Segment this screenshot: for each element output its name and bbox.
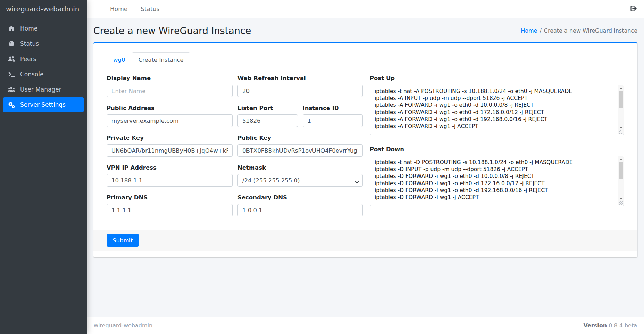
- listen-port-label: Listen Port: [237, 105, 298, 111]
- secondary-dns-input[interactable]: [237, 204, 363, 216]
- post-up-scrollbar[interactable]: [618, 85, 624, 134]
- private-key-input[interactable]: [107, 144, 233, 157]
- sidebar-item-label: Status: [20, 40, 39, 47]
- scroll-down-icon[interactable]: [618, 196, 624, 201]
- vpn-ip-address-input[interactable]: [107, 174, 233, 187]
- brand-link[interactable]: wireguard-webadmin: [0, 0, 87, 18]
- breadcrumb-home-link[interactable]: Home: [521, 27, 537, 34]
- page-head: Create a new WireGuard Instance Home/Cre…: [93, 25, 637, 36]
- footer-app-name: wireguard-webadmin: [94, 322, 152, 329]
- resize-grip-icon[interactable]: [619, 201, 623, 205]
- page-footer: wireguard-webadmin Version0.8.4 beta: [87, 317, 644, 334]
- submit-button[interactable]: Submit: [107, 234, 139, 247]
- display-name-label: Display Name: [107, 75, 233, 82]
- scroll-up-icon[interactable]: [618, 157, 624, 162]
- breadcrumb: Home/Create a new WireGuard Instance: [521, 27, 637, 34]
- web-refresh-interval-label: Web Refresh Interval: [237, 75, 363, 82]
- sidebar-item-home[interactable]: Home: [3, 21, 84, 36]
- instance-id-label: Instance ID: [303, 105, 363, 111]
- gears-icon: [7, 101, 16, 109]
- instance-card: wg0 Create Instance Display Name Public …: [93, 42, 637, 257]
- public-address-label: Public Address: [107, 105, 233, 111]
- sidebar-item-label: User Manager: [20, 86, 61, 93]
- post-up-textarea[interactable]: iptables -t nat -A POSTROUTING -s 10.188…: [370, 85, 624, 135]
- public-address-input[interactable]: [107, 114, 233, 127]
- listen-port-input[interactable]: [237, 114, 298, 127]
- sidebar-item-peers[interactable]: Peers: [3, 52, 84, 66]
- primary-dns-input[interactable]: [107, 204, 233, 216]
- users-gear-icon: [7, 55, 16, 63]
- sidebar-item-server-settings[interactable]: Server Settings: [3, 97, 84, 112]
- vpn-ip-address-label: VPN IP Address: [107, 164, 233, 171]
- sidebar-item-console[interactable]: Console: [3, 67, 84, 82]
- footer-version: Version0.8.4 beta: [583, 322, 637, 329]
- sign-out-icon: [630, 5, 637, 14]
- breadcrumb-current: Create a new WireGuard Instance: [544, 27, 637, 34]
- public-key-input[interactable]: [237, 144, 363, 157]
- main-column: Home Status Create a new WireGuard Insta…: [87, 0, 644, 334]
- instance-id-input[interactable]: [303, 114, 363, 127]
- scroll-down-icon[interactable]: [618, 125, 624, 130]
- sidebar-menu: Home Status Peers Console User Manager: [0, 18, 87, 115]
- post-down-textarea[interactable]: iptables -t nat -D POSTROUTING -s 10.188…: [370, 156, 624, 206]
- display-name-input[interactable]: [107, 85, 233, 97]
- scrollbar-thumb[interactable]: [619, 162, 623, 179]
- sidebar-item-label: Home: [20, 25, 37, 32]
- top-navbar: Home Status: [87, 0, 644, 18]
- hamburger-menu-icon[interactable]: [95, 7, 102, 12]
- breadcrumb-separator: /: [540, 27, 541, 34]
- scrollbar-thumb[interactable]: [619, 91, 623, 108]
- logout-button[interactable]: [630, 5, 637, 14]
- post-down-label: Post Down: [370, 146, 624, 153]
- sidebar-item-label: Console: [20, 71, 44, 78]
- netmask-select[interactable]: /24 (255.255.255.0): [237, 174, 363, 187]
- primary-dns-label: Primary DNS: [107, 194, 233, 201]
- brand-label: wireguard-webadmin: [6, 5, 79, 13]
- secondary-dns-label: Secondary DNS: [237, 194, 363, 201]
- sidebar-item-status[interactable]: Status: [3, 36, 84, 51]
- gauge-icon: [7, 40, 16, 48]
- web-refresh-interval-input[interactable]: [237, 85, 363, 97]
- topnav-link-home[interactable]: Home: [110, 6, 127, 12]
- resize-grip-icon[interactable]: [619, 130, 623, 134]
- sidebar-item-label: Server Settings: [20, 101, 66, 108]
- card-footer: Submit: [93, 230, 637, 251]
- scroll-up-icon[interactable]: [618, 86, 624, 91]
- sidebar-item-label: Peers: [20, 55, 36, 62]
- instance-form: Display Name Public Address Private Key: [107, 75, 624, 224]
- netmask-label: Netmask: [237, 164, 363, 171]
- home-icon: [7, 25, 16, 32]
- page-title: Create a new WireGuard Instance: [93, 25, 251, 36]
- tab-wg0[interactable]: wg0: [107, 52, 132, 67]
- post-down-scrollbar[interactable]: [618, 156, 624, 205]
- footer-version-label: Version: [583, 322, 607, 329]
- sidebar: wireguard-webadmin Home Status Peers Co: [0, 0, 87, 334]
- footer-version-value: 0.8.4 beta: [609, 322, 637, 329]
- post-up-label: Post Up: [370, 75, 624, 82]
- tab-create-instance[interactable]: Create Instance: [132, 52, 190, 67]
- sidebar-item-user-manager[interactable]: User Manager: [3, 82, 84, 97]
- terminal-icon: [7, 70, 16, 78]
- topnav-link-status[interactable]: Status: [141, 6, 159, 12]
- content-area: Create a new WireGuard Instance Home/Cre…: [87, 18, 644, 317]
- private-key-label: Private Key: [107, 135, 233, 141]
- instance-tabs: wg0 Create Instance: [107, 52, 624, 67]
- users-icon: [7, 86, 16, 93]
- public-key-label: Public Key: [237, 135, 363, 141]
